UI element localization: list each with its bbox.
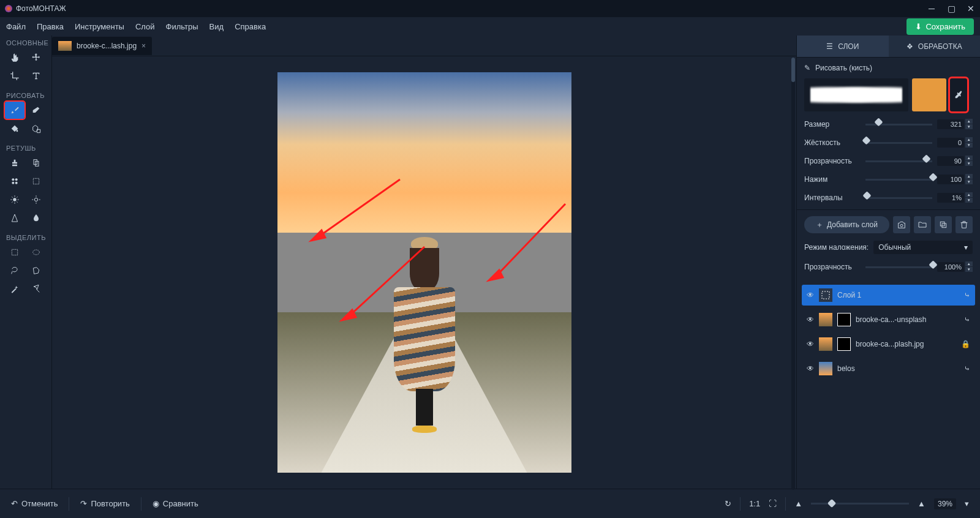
slider-flow[interactable]: Нажим 100 ▴▾ xyxy=(804,174,973,185)
move-tool[interactable] xyxy=(26,49,46,66)
zoom-in-icon[interactable]: ▲ xyxy=(918,499,925,508)
blur-tool[interactable] xyxy=(26,209,46,227)
visibility-icon[interactable]: 👁 xyxy=(807,291,814,299)
quick-select-tool[interactable] xyxy=(26,280,46,298)
document-tab[interactable]: brooke-c...lash.jpg × xyxy=(52,37,152,55)
section-draw: РИСОВАТЬ xyxy=(0,88,51,102)
sliders-icon: ☰ xyxy=(826,42,833,51)
layer-opacity-value[interactable]: 100% xyxy=(937,262,964,272)
annotation-arrow-3 xyxy=(486,201,571,287)
zoom-slider[interactable] xyxy=(811,503,909,505)
lock-icon[interactable]: 🔒 xyxy=(961,340,970,348)
burn-tool[interactable] xyxy=(26,191,46,208)
zoom-dropdown-icon[interactable]: ▾ xyxy=(965,499,969,508)
shape-tool[interactable] xyxy=(26,120,46,137)
hand-tool[interactable] xyxy=(5,49,24,66)
eyedropper-icon xyxy=(954,90,963,100)
spacing-stepper[interactable]: ▴▾ xyxy=(965,192,973,203)
layer-item[interactable]: 👁 brooke-ca...-unsplash ⤷ xyxy=(802,309,975,330)
tab-processing[interactable]: ❖ ОБРАБОТКА xyxy=(889,36,981,57)
layer-item[interactable]: 👁 belos ⤷ xyxy=(802,358,975,379)
close-button[interactable]: ✕ xyxy=(967,4,975,13)
menu-file[interactable]: Файл xyxy=(6,22,26,31)
menu-layer[interactable]: Слой xyxy=(135,22,155,31)
spacing-value[interactable]: 1% xyxy=(937,193,964,203)
fill-tool[interactable] xyxy=(5,120,24,137)
rotate-button[interactable]: ↻ xyxy=(725,499,731,508)
stamp-tool[interactable] xyxy=(5,154,24,171)
unlink-icon[interactable]: ⤷ xyxy=(964,364,970,373)
eraser-tool[interactable] xyxy=(26,102,46,119)
layer-item[interactable]: 👁 brooke-ca...plash.jpg 🔒 xyxy=(802,334,975,355)
menu-tools[interactable]: Инструменты xyxy=(75,22,124,31)
clone-tool[interactable] xyxy=(26,154,46,171)
menu-help[interactable]: Справка xyxy=(235,22,266,31)
add-layer-button[interactable]: ＋ Добавить слой xyxy=(804,216,889,233)
tab-close-icon[interactable]: × xyxy=(141,42,146,50)
layer-opacity-stepper[interactable]: ▴▾ xyxy=(965,261,973,272)
visibility-icon[interactable]: 👁 xyxy=(807,364,814,373)
section-retouch: РЕТУШЬ xyxy=(0,141,51,154)
delete-layer-button[interactable] xyxy=(956,216,973,233)
menu-view[interactable]: Вид xyxy=(209,22,224,31)
image-surface[interactable] xyxy=(277,72,571,473)
camera-button[interactable] xyxy=(893,216,910,233)
right-panel: ☰ СЛОИ ❖ ОБРАБОТКА ✎ Рисовать (кисть) xyxy=(796,36,980,489)
slider-hardness[interactable]: Жёсткость 0 ▴▾ xyxy=(804,137,973,148)
patch-tool[interactable] xyxy=(26,173,46,190)
menu-edit[interactable]: Правка xyxy=(37,22,64,31)
slider-opacity[interactable]: Прозрачность 90 ▴▾ xyxy=(804,156,973,167)
save-button[interactable]: ⬇ Сохранить xyxy=(907,18,974,35)
slider-spacing[interactable]: Интервалы 1% ▴▾ xyxy=(804,192,973,203)
flow-label: Нажим xyxy=(804,175,861,184)
eyedropper-button[interactable] xyxy=(950,78,967,111)
text-tool[interactable] xyxy=(26,67,46,84)
hardness-stepper[interactable]: ▴▾ xyxy=(965,137,973,148)
canvas-scrollbar[interactable] xyxy=(790,56,796,489)
flow-value[interactable]: 100 xyxy=(937,175,964,184)
lasso-tool[interactable] xyxy=(5,262,24,279)
poly-lasso-tool[interactable] xyxy=(26,262,46,279)
zoom-out-icon[interactable]: ▲ xyxy=(794,499,802,508)
magic-wand-tool[interactable] xyxy=(5,280,24,298)
folder-button[interactable] xyxy=(914,216,931,233)
minimize-button[interactable]: ─ xyxy=(927,4,936,13)
ellipse-select-tool[interactable] xyxy=(26,244,46,261)
visibility-icon[interactable]: 👁 xyxy=(807,315,814,324)
brush-preview[interactable] xyxy=(804,78,908,111)
maximize-button[interactable]: ▢ xyxy=(947,4,956,13)
duplicate-button[interactable] xyxy=(935,216,952,233)
brush-tool[interactable] xyxy=(5,102,24,119)
canvas-area[interactable] xyxy=(52,56,796,489)
size-stepper[interactable]: ▴▾ xyxy=(965,119,973,130)
slider-size[interactable]: Размер 321 ▴▾ xyxy=(804,119,973,130)
opacity-stepper[interactable]: ▴▾ xyxy=(965,156,973,167)
visibility-icon[interactable]: 👁 xyxy=(807,340,814,348)
sharpen-tool[interactable] xyxy=(5,209,24,227)
zoom-ratio[interactable]: 1:1 xyxy=(749,499,760,508)
redo-button[interactable]: ↷ Повторить xyxy=(80,499,129,508)
tab-layers[interactable]: ☰ СЛОИ xyxy=(797,36,889,57)
undo-button[interactable]: ↶ Отменить xyxy=(11,499,58,508)
compare-button[interactable]: ◉ Сравнить xyxy=(153,499,198,508)
flow-stepper[interactable]: ▴▾ xyxy=(965,174,973,185)
hardness-value[interactable]: 0 xyxy=(937,138,964,148)
opacity-value[interactable]: 90 xyxy=(937,156,964,166)
svg-point-8 xyxy=(34,198,37,201)
menu-filters[interactable]: Фильтры xyxy=(166,22,198,31)
app-logo-icon xyxy=(5,5,12,12)
zoom-value[interactable]: 39% xyxy=(934,498,956,509)
layer-opacity-slider[interactable]: Прозрачность 100% ▴▾ xyxy=(804,261,973,272)
brush-color-swatch[interactable] xyxy=(912,78,946,111)
svg-rect-20 xyxy=(822,291,829,299)
unlink-icon[interactable]: ⤷ xyxy=(964,291,970,299)
fit-screen-button[interactable]: ⛶ xyxy=(769,499,777,508)
layer-item[interactable]: 👁 Слой 1 ⤷ xyxy=(802,285,975,306)
heal-tool[interactable] xyxy=(5,173,24,190)
unlink-icon[interactable]: ⤷ xyxy=(964,315,970,324)
blend-mode-select[interactable]: Обычный ▾ xyxy=(873,241,973,254)
rect-select-tool[interactable] xyxy=(5,244,24,261)
crop-tool[interactable] xyxy=(5,67,24,84)
dodge-tool[interactable] xyxy=(5,191,24,208)
size-value[interactable]: 321 xyxy=(937,119,964,129)
